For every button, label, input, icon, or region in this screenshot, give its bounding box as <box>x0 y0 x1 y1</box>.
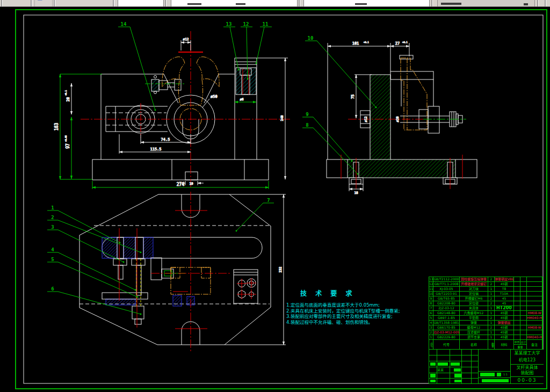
bom-cell-qty: 1 <box>488 321 494 325</box>
cad-toolbar: ▦ <box>0 0 550 7</box>
toolbar-separator <box>54 0 55 6</box>
bom-row: 3GB6170-85螺母M12245钢HM08-W <box>429 325 542 330</box>
scale-value: 1:1 <box>503 373 508 376</box>
toolbar-separator <box>113 0 114 6</box>
table-grid-icon: ▦ <box>37 0 42 1</box>
bom-cell-remark <box>527 296 542 301</box>
header-code: 代号 <box>433 340 459 349</box>
svg-text:+0.1: +0.1 <box>64 90 67 96</box>
linetype-combo[interactable] <box>303 0 430 7</box>
bom-cell-no: 1 <box>429 335 433 339</box>
bom-cell-material: 45钢 <box>495 316 513 320</box>
bom-cell-qty: 2 <box>488 277 494 281</box>
bom-cell-material: 弹簧钢丝 <box>495 321 513 325</box>
svg-text:13: 13 <box>226 21 232 27</box>
application-window: ▦ <box>0 0 550 392</box>
header-weight-label: 重量 <box>514 345 526 349</box>
layer-combo[interactable] <box>118 0 164 7</box>
dim-s12: ø12 <box>364 116 367 122</box>
bom-cell-w2 <box>520 296 526 301</box>
dim-18: 18 <box>354 191 358 194</box>
bom-cell-no: 7 <box>429 306 433 310</box>
bom-cell-material: 45 <box>495 301 513 306</box>
svg-text:+0.1: +0.1 <box>402 41 408 43</box>
svg-text:12: 12 <box>243 21 249 27</box>
bom-cell-no: 13 <box>429 277 433 281</box>
table-tool-button[interactable]: ▦ <box>34 0 53 7</box>
svg-text:4: 4 <box>51 247 54 252</box>
parts-list: 13GB/T2112-2000圆柱螺旋压缩弹簧2弹簧钢丝VB级4级12GB/T7… <box>429 277 543 384</box>
bom-cell-w2 <box>520 292 526 296</box>
bom-cell-qty: 2 <box>488 282 494 286</box>
dim-232: 232 <box>278 266 282 272</box>
dim-27: 27 <box>395 41 400 46</box>
color-combo[interactable] <box>171 0 298 7</box>
redacted-block <box>454 374 461 378</box>
parts-list-header: 序号 代号 名称 数量 材料 单件 总计 重量 备注 <box>429 340 543 350</box>
toolbar-separator <box>31 0 32 6</box>
bom-cell-qty: 1 <box>488 335 494 339</box>
svg-text:7: 7 <box>267 198 270 203</box>
bom-cell-code: ZJZ-03-M12-005 <box>433 330 459 335</box>
bom-cell-name: 弹簧 <box>460 321 488 325</box>
header-remark: 备注 <box>527 340 542 349</box>
bom-cell-no: 2 <box>429 330 433 335</box>
dim-12: ø12 <box>183 37 189 41</box>
bom-cell-code: GB2148-80 <box>433 311 459 315</box>
header-name: 名称 <box>460 340 488 349</box>
bom-cell-w1 <box>514 335 520 339</box>
bom-cell-name: 圆柱螺旋压缩弹簧 <box>460 277 488 281</box>
bom-cell-w2 <box>520 321 526 325</box>
bom-cell-no: 10 <box>429 292 433 296</box>
bom-cell-w2 <box>520 301 526 306</box>
bom-cell-name: 调节支承 <box>460 335 488 339</box>
bom-cell-code: GB/T2112-2000 <box>433 277 459 281</box>
bom-cell-no: 6 <box>429 311 433 315</box>
svg-text:2: 2 <box>51 215 54 220</box>
balloon-callouts: 1 2 3 4 5 6 7 8 9 10 11 12 13 14 <box>47 21 377 315</box>
bom-cell-name: 定位销 <box>460 292 488 296</box>
bom-cell-w2 <box>520 287 526 291</box>
dim-240: 240 <box>280 115 284 121</box>
side-view: 101 +0.1 27 +0.1 75 ø12 ø20 18 <box>327 41 477 194</box>
bom-cell-material: 45钢 <box>495 335 513 339</box>
plan-centerlines <box>119 192 231 352</box>
bom-row: 8GB2208-80定位键245 <box>429 301 542 306</box>
drawing-number: 00-03 <box>511 377 544 383</box>
dim-style-combo[interactable] <box>437 0 535 7</box>
bom-cell-w1 <box>514 292 520 296</box>
bom-cell-code: GB/T65-85 <box>433 296 459 301</box>
bom-row: 9GB/T65-85开槽螺钉M6245 <box>429 296 542 301</box>
dim-50: ø50 <box>211 95 218 99</box>
bom-cell-w2 <box>520 335 526 339</box>
bom-cell-name: 开槽锥端紧定螺钉 <box>460 282 488 286</box>
bom-cell-name: 夹具体 <box>460 306 488 310</box>
svg-text:14: 14 <box>121 21 127 27</box>
toolbar-separator <box>431 0 433 6</box>
bom-cell-qty: 2 <box>488 296 494 301</box>
bom-cell-w2 <box>520 282 526 286</box>
bom-cell-w1 <box>514 321 520 325</box>
bom-row: 11XJ-03-05对刀块1T8 <box>429 287 542 291</box>
bom-cell-material: 45钢 <box>495 325 513 330</box>
technical-requirements: 技 术 要 求 1.定位面与底面的垂直度误差不大于0.05mm; 2.夹具在机床… <box>286 288 431 325</box>
balloon-14: 14 <box>118 21 156 111</box>
bom-cell-material: 45钢 <box>495 330 513 335</box>
title-block: 某某 1:1 某某理工大学 机电123 <box>429 350 543 384</box>
clipped-text <box>441 3 461 5</box>
front-dimensions: 163 28 +0.1 97 +0.05 274 19 74.5 <box>54 37 288 189</box>
dim-101: 101 <box>352 41 359 46</box>
bom-cell-no: 12 <box>429 282 433 286</box>
header-weight-total: 总计 <box>520 340 526 344</box>
bom-row: 5GB97.1-85平垫圈245钢HM040-H <box>429 316 542 320</box>
bom-cell-w2 <box>520 311 526 315</box>
bom-cell-name: 开槽螺钉M6 <box>460 296 488 301</box>
bom-cell-w1 <box>514 325 520 330</box>
dim-274: 274 <box>177 182 185 187</box>
bom-cell-remark <box>527 321 542 325</box>
bom-cell-w2 <box>520 330 526 335</box>
drawing-title-cell: 叉杆夹具体 装配图 <box>511 365 544 377</box>
bom-cell-material: 45 <box>495 296 513 301</box>
bom-cell-w1 <box>514 301 520 306</box>
bom-cell-material: 弹簧钢丝VB级4级 <box>495 277 513 281</box>
